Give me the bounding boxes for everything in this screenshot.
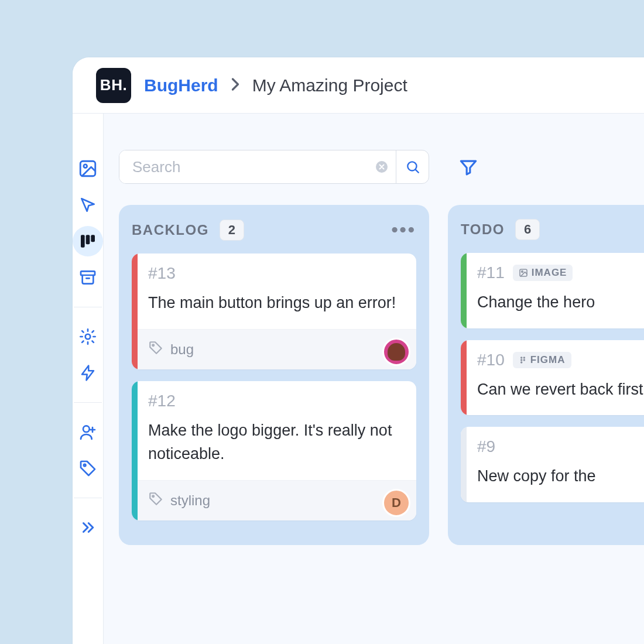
column-count-badge: 6 — [515, 219, 540, 240]
svg-point-1 — [84, 165, 87, 168]
content: BACKLOG2•••#13The main button brings up … — [73, 114, 644, 644]
card-id: #12 — [148, 392, 176, 410]
svg-point-18 — [523, 359, 525, 361]
task-card[interactable]: #12Make the logo bigger. It's really not… — [132, 381, 416, 520]
card-priority-stripe — [132, 254, 138, 369]
card-priority-stripe — [461, 340, 467, 416]
assignee-avatar[interactable] — [382, 338, 410, 366]
sidebar-archive-icon[interactable] — [73, 262, 103, 293]
app-logo[interactable]: BH. — [96, 68, 131, 103]
breadcrumb: BugHerd My Amazing Project — [144, 76, 407, 95]
breadcrumb-root[interactable]: BugHerd — [144, 76, 218, 95]
svg-point-6 — [85, 334, 91, 340]
card-text: Change the hero — [477, 290, 644, 314]
column-count-badge: 2 — [220, 220, 244, 241]
sidebar-board-icon[interactable] — [73, 226, 103, 256]
svg-rect-3 — [86, 235, 90, 244]
card-text: Can we revert back first concept? — [477, 378, 644, 402]
svg-rect-5 — [81, 271, 95, 275]
board-column: TODO6#11IMAGEChange the hero#10FIGMACan … — [448, 205, 644, 545]
tag-icon — [148, 340, 163, 359]
card-source-badge: IMAGE — [513, 265, 573, 281]
column-title: BACKLOG — [132, 222, 209, 238]
task-card[interactable]: #11IMAGEChange the hero — [461, 253, 644, 328]
search-input[interactable] — [119, 150, 368, 183]
svg-point-10 — [407, 162, 416, 170]
tag-icon — [148, 491, 163, 510]
card-footer: stylingD — [138, 480, 416, 520]
svg-point-14 — [521, 271, 523, 273]
sidebar-divider — [74, 402, 102, 403]
card-text: Make the logo bigger. It's really not no… — [148, 419, 403, 466]
card-source-badge: FIGMA — [513, 352, 571, 368]
svg-rect-2 — [81, 235, 85, 247]
svg-point-11 — [152, 344, 154, 346]
filter-icon[interactable] — [455, 153, 482, 180]
svg-point-16 — [523, 357, 525, 359]
card-id: #11 — [477, 263, 505, 282]
search-box — [119, 150, 429, 184]
task-card[interactable]: #9New copy for the — [461, 427, 644, 502]
clear-search-icon[interactable] — [368, 150, 396, 183]
svg-point-8 — [84, 464, 85, 466]
sidebar-image-icon[interactable] — [73, 153, 103, 184]
chevron-right-icon — [230, 77, 241, 94]
svg-point-19 — [520, 361, 523, 364]
svg-point-7 — [83, 426, 90, 432]
card-priority-stripe — [461, 253, 467, 328]
svg-rect-4 — [91, 235, 95, 242]
column-header: TODO6 — [461, 219, 644, 240]
sidebar — [73, 114, 104, 644]
column-header: BACKLOG2••• — [132, 219, 416, 241]
board-columns: BACKLOG2•••#13The main button brings up … — [119, 205, 644, 545]
breadcrumb-current[interactable]: My Amazing Project — [252, 76, 407, 95]
card-priority-stripe — [132, 381, 138, 520]
assignee-avatar[interactable]: D — [382, 489, 410, 517]
topbar: BH. BugHerd My Amazing Project — [73, 57, 644, 114]
sidebar-divider — [74, 307, 102, 307]
card-text: The main button brings up an error! — [148, 291, 403, 315]
task-card[interactable]: #13The main button brings up an error!bu… — [132, 254, 416, 369]
card-id: #9 — [477, 437, 495, 456]
svg-point-15 — [520, 357, 523, 359]
card-footer: bug — [138, 329, 416, 369]
sidebar-tag-icon[interactable] — [73, 453, 103, 484]
column-more-icon[interactable]: ••• — [391, 219, 416, 241]
svg-point-12 — [152, 495, 154, 497]
app-frame: BH. BugHerd My Amazing Project — [73, 57, 644, 644]
card-id: #10 — [477, 351, 505, 369]
card-id: #13 — [148, 264, 176, 283]
sidebar-settings-icon[interactable] — [73, 321, 103, 352]
board-controls — [119, 150, 644, 184]
svg-point-17 — [520, 359, 523, 361]
board-area: BACKLOG2•••#13The main button brings up … — [104, 114, 644, 644]
sidebar-add-user-icon[interactable] — [73, 417, 103, 447]
search-submit-icon[interactable] — [396, 150, 429, 183]
sidebar-expand-icon[interactable] — [73, 512, 103, 543]
card-priority-stripe — [461, 427, 467, 502]
board-column: BACKLOG2•••#13The main button brings up … — [119, 205, 429, 545]
sidebar-bolt-icon[interactable] — [73, 358, 103, 388]
sidebar-divider — [74, 498, 102, 498]
card-tag[interactable]: bug — [148, 340, 194, 359]
column-title: TODO — [461, 221, 505, 238]
task-card[interactable]: #10FIGMACan we revert back first concept… — [461, 340, 644, 416]
card-tag[interactable]: styling — [148, 491, 210, 510]
sidebar-pointer-icon[interactable] — [73, 190, 103, 220]
card-text: New copy for the — [477, 464, 644, 488]
